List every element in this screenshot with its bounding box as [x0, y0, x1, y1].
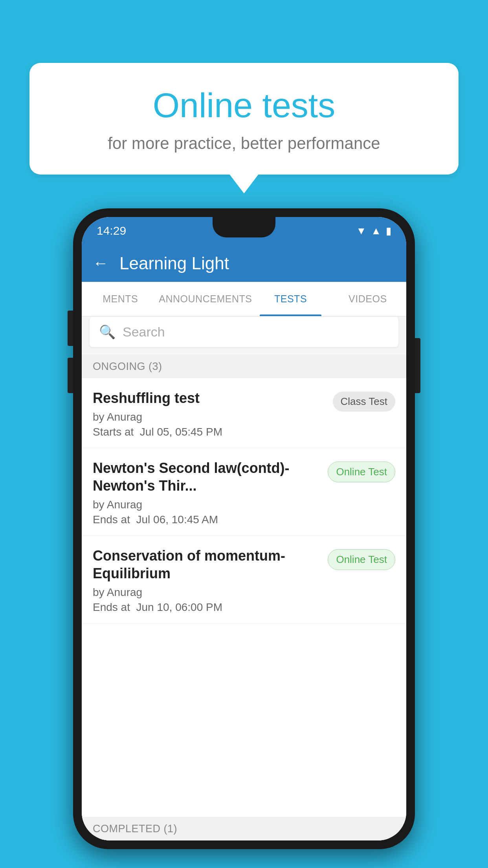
search-bar[interactable]: 🔍 Search — [90, 316, 398, 347]
battery-icon: ▮ — [386, 225, 391, 237]
test-info-1: Reshuffling test by Anurag Starts at Jul… — [93, 389, 327, 438]
badge-online-test-3: Online Test — [328, 549, 395, 570]
search-placeholder: Search — [123, 324, 165, 340]
completed-label: COMPLETED (1) — [93, 823, 177, 835]
test-author-3: by Anurag — [93, 586, 321, 599]
status-time: 14:29 — [97, 224, 126, 237]
test-author-1: by Anurag — [93, 411, 327, 423]
bubble-subtitle: for more practice, better performance — [49, 134, 439, 153]
test-info-2: Newton's Second law(contd)-Newton's Thir… — [93, 459, 321, 526]
search-icon: 🔍 — [99, 324, 116, 340]
tab-ments[interactable]: MENTS — [82, 282, 159, 316]
test-item-conservation[interactable]: Conservation of momentum-Equilibrium by … — [82, 536, 406, 623]
tab-videos[interactable]: VIDEOS — [329, 282, 406, 316]
speech-bubble: Online tests for more practice, better p… — [29, 63, 459, 175]
app-header: ← Learning Light — [82, 245, 406, 282]
test-list: Reshuffling test by Anurag Starts at Jul… — [82, 378, 406, 840]
tab-tests[interactable]: TESTS — [252, 282, 329, 316]
volume-up-button — [68, 311, 73, 346]
test-time-2: Ends at Jul 06, 10:45 AM — [93, 513, 321, 526]
phone-frame: 14:29 ▼ ▲ ▮ ← Learning Light MENTS ANNOU… — [73, 208, 415, 849]
bubble-title: Online tests — [49, 86, 439, 125]
test-author-2: by Anurag — [93, 498, 321, 511]
phone-screen: 14:29 ▼ ▲ ▮ ← Learning Light MENTS ANNOU… — [82, 217, 406, 840]
signal-icon: ▲ — [371, 225, 381, 237]
back-button[interactable]: ← — [93, 254, 108, 272]
phone-notch — [213, 217, 275, 237]
power-button — [415, 338, 420, 393]
volume-down-button — [68, 358, 73, 393]
phone-mockup: 14:29 ▼ ▲ ▮ ← Learning Light MENTS ANNOU… — [73, 208, 415, 849]
badge-online-test-2: Online Test — [328, 462, 395, 482]
test-item-reshuffling[interactable]: Reshuffling test by Anurag Starts at Jul… — [82, 378, 406, 448]
wifi-icon: ▼ — [356, 225, 367, 237]
test-item-newton[interactable]: Newton's Second law(contd)-Newton's Thir… — [82, 448, 406, 536]
tab-announcements[interactable]: ANNOUNCEMENTS — [159, 282, 252, 316]
status-icons: ▼ ▲ ▮ — [356, 225, 391, 237]
test-time-3: Ends at Jun 10, 06:00 PM — [93, 601, 321, 614]
test-name-2: Newton's Second law(contd)-Newton's Thir… — [93, 459, 321, 495]
badge-class-test-1: Class Test — [333, 392, 395, 412]
app-title: Learning Light — [119, 254, 229, 273]
tab-bar: MENTS ANNOUNCEMENTS TESTS VIDEOS — [82, 282, 406, 316]
ongoing-section-header: ONGOING (3) — [82, 355, 406, 378]
test-name-3: Conservation of momentum-Equilibrium — [93, 547, 321, 582]
ongoing-label: ONGOING (3) — [93, 360, 162, 373]
test-name-1: Reshuffling test — [93, 389, 327, 407]
test-time-1: Starts at Jul 05, 05:45 PM — [93, 426, 327, 438]
completed-section-header: COMPLETED (1) — [82, 817, 406, 840]
test-info-3: Conservation of momentum-Equilibrium by … — [93, 547, 321, 614]
